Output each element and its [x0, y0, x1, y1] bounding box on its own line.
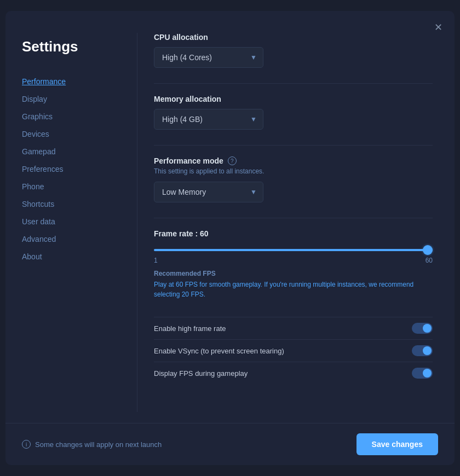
fps-info-text: Play at 60 FPS for smooth gameplay. If y… [154, 280, 433, 299]
main-content: CPU allocation High (4 Cores) Medium (2 … [154, 33, 438, 412]
slider-max-label: 60 [426, 257, 433, 264]
sidebar-item-userdata[interactable]: User data [22, 213, 120, 230]
memory-select-wrapper: High (4 GB) Medium (2 GB) Low (1 GB) ▼ [154, 109, 263, 130]
toggle-vsync-label: Enable VSync (to prevent screen tearing) [154, 347, 284, 355]
toggle-vsync-thumb [423, 346, 432, 355]
perf-mode-help-icon[interactable]: ? [228, 156, 237, 165]
cpu-label: CPU allocation [154, 33, 433, 42]
perf-mode-select-wrapper: Low Memory Balanced High Performance ▼ [154, 182, 263, 202]
footer-info: i Some changes will apply on next launch [22, 440, 162, 449]
close-button[interactable]: ✕ [430, 20, 446, 35]
toggle-display-fps-thumb [423, 369, 432, 378]
divider-3 [154, 218, 433, 218]
memory-section: Memory allocation High (4 GB) Medium (2 … [154, 95, 433, 130]
frame-rate-slider[interactable] [154, 249, 433, 251]
memory-label: Memory allocation [154, 95, 433, 103]
sidebar-item-preferences[interactable]: Preferences [22, 160, 120, 178]
slider-minmax: 1 60 [154, 257, 433, 264]
sidebar-item-shortcuts[interactable]: Shortcuts [22, 195, 120, 213]
fps-info: Recommended FPS Play at 60 FPS for smoot… [154, 270, 433, 299]
divider-2 [154, 145, 433, 146]
toggle-high-frame-rate[interactable] [412, 323, 433, 334]
toggle-high-frame-rate-thumb [423, 324, 432, 333]
perf-mode-section: Performance mode ? This setting is appli… [154, 156, 433, 202]
toggle-vsync-row: Enable VSync (to prevent screen tearing) [154, 339, 433, 362]
toggle-display-fps-label: Display FPS during gameplay [154, 369, 248, 378]
perf-mode-sub: This setting is applied to all instances… [154, 167, 433, 175]
footer-info-text: Some changes will apply on next launch [35, 440, 162, 449]
slider-container [154, 243, 433, 253]
sidebar-item-about[interactable]: About [22, 248, 120, 265]
modal-body: Settings Performance Display Graphics De… [5, 11, 455, 423]
toggle-display-fps[interactable] [412, 368, 433, 379]
sidebar-item-advanced[interactable]: Advanced [22, 230, 120, 248]
footer: i Some changes will apply on next launch… [5, 423, 455, 465]
cpu-select-wrapper: High (4 Cores) Medium (2 Cores) Low (1 C… [154, 47, 263, 68]
settings-title: Settings [22, 38, 120, 55]
sidebar-item-display[interactable]: Display [22, 90, 120, 108]
toggle-vsync[interactable] [412, 345, 433, 356]
settings-modal: ✕ Settings Performance Display Graphics … [5, 11, 455, 465]
toggle-high-frame-rate-row: Enable high frame rate [154, 317, 433, 339]
sidebar: Settings Performance Display Graphics De… [22, 33, 120, 412]
toggle-high-frame-rate-label: Enable high frame rate [154, 324, 226, 333]
footer-info-icon: i [22, 440, 31, 449]
toggle-display-fps-row: Display FPS during gameplay [154, 362, 433, 384]
memory-select[interactable]: High (4 GB) Medium (2 GB) Low (1 GB) [154, 109, 263, 130]
sidebar-item-phone[interactable]: Phone [22, 178, 120, 195]
frame-rate-label: Frame rate : 60 [154, 229, 433, 238]
sidebar-item-performance[interactable]: Performance [22, 73, 120, 90]
sidebar-divider [137, 33, 137, 412]
save-button[interactable]: Save changes [357, 433, 438, 455]
perf-mode-select[interactable]: Low Memory Balanced High Performance [154, 182, 263, 202]
sidebar-item-devices[interactable]: Devices [22, 125, 120, 143]
perf-mode-label: Performance mode [154, 156, 223, 165]
frame-rate-section: Frame rate : 60 1 60 Recommended FPS Pla… [154, 229, 433, 308]
cpu-section: CPU allocation High (4 Cores) Medium (2 … [154, 33, 433, 68]
perf-mode-header: Performance mode ? [154, 156, 433, 165]
slider-min-label: 1 [154, 257, 158, 264]
divider-1 [154, 83, 433, 84]
sidebar-item-graphics[interactable]: Graphics [22, 108, 120, 125]
fps-info-title: Recommended FPS [154, 270, 433, 277]
sidebar-item-gamepad[interactable]: Gamepad [22, 143, 120, 160]
cpu-select[interactable]: High (4 Cores) Medium (2 Cores) Low (1 C… [154, 47, 263, 68]
